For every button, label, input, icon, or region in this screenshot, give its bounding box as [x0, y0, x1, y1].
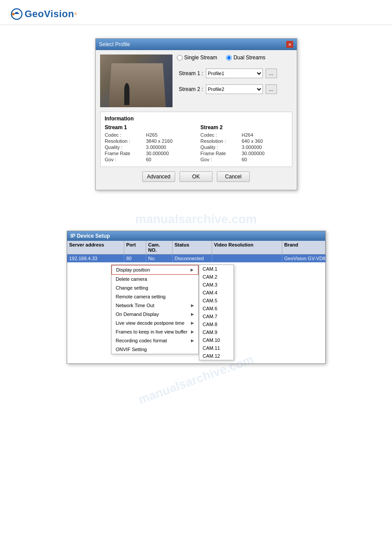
header-video-resolution: Video Resolution: [212, 241, 282, 254]
submenu-cam12[interactable]: CAM.12: [199, 352, 234, 360]
stream1-row: Stream 1 : Profile1 ...: [177, 69, 292, 78]
logo-text: GeoVision: [25, 8, 74, 20]
stream2-resolution-val: 640 x 360: [242, 138, 263, 144]
ok-button[interactable]: OK: [180, 171, 212, 182]
stream1-gov-val: 60: [146, 157, 151, 162]
context-menu-arrow-frames: ▶: [191, 330, 194, 334]
context-menu-arrow-liveview: ▶: [191, 321, 194, 325]
stream1-resolution-row: Resolution : 3840 x 2160: [105, 138, 192, 144]
context-menu-item-network-timeout[interactable]: Network Time Out ▶: [111, 301, 198, 310]
stream-options: Single Stream Dual Streams Stream 1 :: [177, 54, 292, 107]
header-cam-no: Cam. NO.: [146, 241, 173, 254]
context-menu-label-liveview: Live view decode postpone time: [116, 320, 185, 326]
stream1-quality-key: Quality :: [105, 145, 144, 150]
stream2-quality-row: Quality : 3.000000: [201, 145, 288, 150]
submenu-cam8[interactable]: CAM.8: [199, 320, 234, 328]
ip-table-header: Server address Port Cam. NO. Status Vide…: [67, 241, 325, 254]
dialog-footer: Advanced OK Cancel: [100, 167, 292, 185]
single-stream-text: Single Stream: [184, 54, 217, 61]
context-menu-item-delete-camera[interactable]: Delete camera: [111, 275, 198, 283]
stream1-info-title: Stream 1: [105, 124, 192, 131]
stream1-dots-button[interactable]: ...: [266, 69, 277, 78]
stream1-framerate-key: Frame Rate: [105, 151, 144, 156]
stream2-select[interactable]: Profile2: [206, 84, 263, 94]
single-stream-label[interactable]: Single Stream: [177, 54, 217, 61]
submenu-cam1[interactable]: CAM.1: [199, 265, 234, 273]
cam-submenu: CAM.1 CAM.2 CAM.3 CAM.4 CAM.5 CAM.6 CAM.…: [199, 265, 234, 360]
stream2-dots-button[interactable]: ...: [266, 84, 277, 94]
stream2-info-title: Stream 2: [201, 124, 288, 131]
context-menu-item-liveview-decode[interactable]: Live view decode postpone time ▶: [111, 319, 198, 327]
context-menu-label-network: Network Time Out: [116, 303, 155, 308]
watermark-1: manualsarchive.com: [26, 212, 366, 226]
ip-table-row[interactable]: 192.168.4.33 80 No. Disconnected GeoVisi…: [67, 254, 325, 262]
info-columns: Stream 1 Codec : H265 Resolution : 3840 …: [105, 124, 288, 163]
context-menu-item-change-setting[interactable]: Change setting: [111, 283, 198, 292]
stream2-quality-key: Quality :: [201, 145, 240, 150]
submenu-cam2[interactable]: CAM.2: [199, 273, 234, 281]
stream1-select[interactable]: Profile1: [206, 69, 263, 78]
dual-streams-label[interactable]: Dual Streams: [226, 54, 266, 61]
stream2-row: Stream 2 : Profile2 ...: [177, 84, 292, 94]
stream-mode-row: Single Stream Dual Streams: [177, 54, 292, 61]
stream2-gov-val: 60: [242, 157, 247, 162]
stream1-resolution-key: Resolution :: [105, 138, 144, 144]
submenu-cam11[interactable]: CAM.11: [199, 344, 234, 352]
stream1-codec-row: Codec : H265: [105, 132, 192, 138]
submenu-cam9[interactable]: CAM.9: [199, 328, 234, 336]
cancel-button[interactable]: Cancel: [217, 171, 250, 182]
single-stream-radio[interactable]: [177, 55, 183, 61]
door-figure: [124, 83, 129, 105]
stream2-resolution-row: Resolution : 640 x 360: [201, 138, 288, 144]
header-server-address: Server address: [67, 241, 124, 254]
stream2-codec-val: H264: [242, 132, 253, 138]
stream1-codec-val: H265: [146, 132, 158, 138]
dialog-title: Select Profile: [99, 41, 130, 47]
submenu-cam5[interactable]: CAM.5: [199, 297, 234, 305]
submenu-cam3[interactable]: CAM.3: [199, 281, 234, 289]
cell-brand: GeoVision GV-VD8700: [282, 254, 326, 262]
submenu-cam6[interactable]: CAM.6: [199, 305, 234, 312]
dialog-title-bar: Select Profile ✕: [96, 39, 297, 50]
dual-streams-radio[interactable]: [226, 55, 232, 61]
context-menu-item-display-position[interactable]: Display position ▶: [111, 265, 198, 275]
advanced-button[interactable]: Advanced: [142, 171, 175, 182]
cell-status: Disconnected: [173, 254, 212, 262]
stream1-label: Stream 1 :: [177, 70, 203, 76]
stream2-info-col: Stream 2 Codec : H264 Resolution : 640 x…: [201, 124, 288, 163]
context-menu-item-on-demand[interactable]: On Demand Display ▶: [111, 310, 198, 319]
stream1-quality-row: Quality : 3.000000: [105, 145, 192, 150]
header-brand: Brand: [282, 241, 326, 254]
cell-video-res: [212, 254, 282, 262]
context-menu: Display position ▶ Delete camera Change …: [111, 265, 199, 354]
dialog-close-button[interactable]: ✕: [286, 41, 293, 48]
context-menu-item-remote-camera[interactable]: Remote camera setting: [111, 292, 198, 301]
camera-preview-inner: [100, 54, 173, 107]
information-section: Information Stream 1 Codec : H265 Resolu…: [100, 112, 292, 167]
stream1-info-col: Stream 1 Codec : H265 Resolution : 3840 …: [105, 124, 192, 163]
stream1-gov-key: Gov :: [105, 157, 144, 162]
context-menu-label-frames: Frames to keep in live view buffer: [116, 329, 188, 334]
cell-port: 80: [124, 254, 146, 262]
svg-point-1: [12, 13, 14, 15]
context-menu-label-ondemand: On Demand Display: [116, 312, 159, 317]
information-title: Information: [105, 116, 288, 122]
context-menu-label-onvif: ONVIF Setting: [116, 347, 147, 352]
context-menu-arrow-network: ▶: [191, 303, 194, 308]
submenu-cam7[interactable]: CAM.7: [199, 312, 234, 320]
stream2-gov-row: Gov : 60: [201, 157, 288, 162]
stream2-gov-key: Gov :: [201, 157, 240, 162]
stream2-codec-key: Codec :: [201, 132, 240, 138]
logo-superscript: ®: [74, 12, 77, 16]
stream1-framerate-val: 30.000000: [146, 151, 169, 156]
submenu-cam4[interactable]: CAM.4: [199, 289, 234, 297]
submenu-cam10[interactable]: CAM.10: [199, 336, 234, 344]
context-menu-item-recording-codec[interactable]: Recording codec format ▶: [111, 336, 198, 345]
context-menu-item-onvif[interactable]: ONVIF Setting: [111, 345, 198, 354]
header: GeoVision®: [0, 0, 392, 25]
main-content: Select Profile ✕: [0, 25, 392, 400]
context-menu-item-frames-keep[interactable]: Frames to keep in live view buffer ▶: [111, 327, 198, 336]
stream2-framerate-val: 30.000000: [242, 151, 265, 156]
camera-preview: [100, 54, 173, 107]
stream2-codec-row: Codec : H264: [201, 132, 288, 138]
